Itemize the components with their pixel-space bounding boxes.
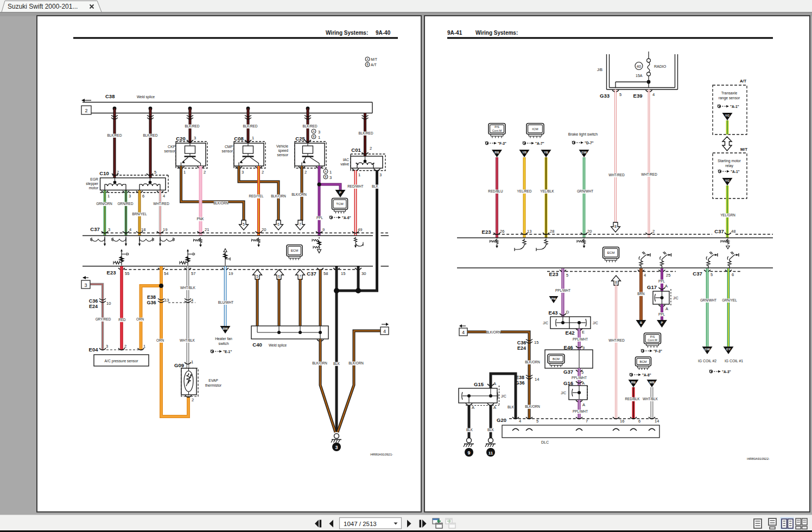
svg-text:1047 / 2513: 1047 / 2513 <box>344 521 377 527</box>
